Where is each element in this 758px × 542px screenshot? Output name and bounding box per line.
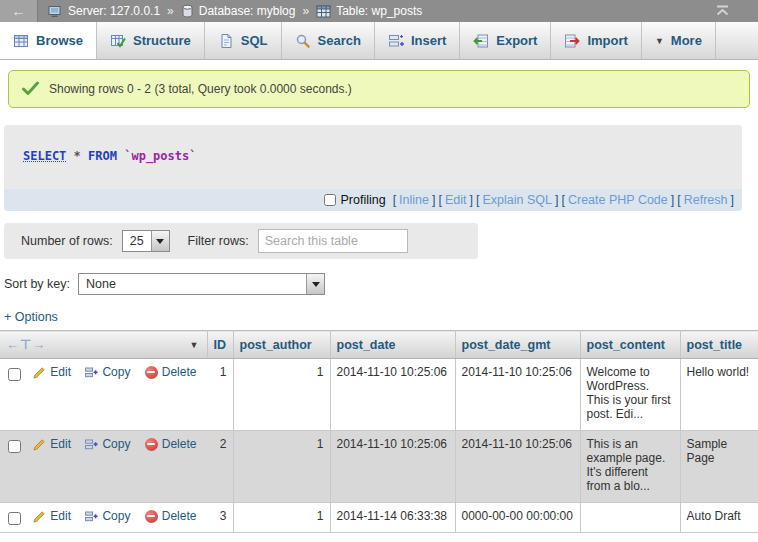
bracket: ] bbox=[432, 193, 435, 207]
cell-post-date[interactable]: 2014-11-10 10:25:06 bbox=[330, 359, 455, 431]
cell-post-author[interactable]: 1 bbox=[233, 431, 330, 503]
breadcrumb-table[interactable]: Table: wp_posts bbox=[316, 4, 422, 18]
delete-row-link[interactable]: Delete bbox=[145, 437, 197, 451]
cell-post-author[interactable]: 1 bbox=[233, 359, 330, 431]
cell-post-date-gmt[interactable]: 2014-11-10 10:25:06 bbox=[455, 431, 580, 503]
delete-label: Delete bbox=[162, 365, 197, 379]
copy-icon bbox=[85, 366, 98, 379]
tab-import[interactable]: Import bbox=[551, 22, 641, 59]
header-actions-cell: ←⊤→ ▼ bbox=[0, 331, 207, 359]
import-icon bbox=[564, 33, 580, 49]
delete-row-link[interactable]: Delete bbox=[145, 509, 197, 523]
table-icon bbox=[316, 5, 331, 18]
edit-row-link[interactable]: Edit bbox=[33, 365, 71, 379]
bracket: [ bbox=[393, 193, 396, 207]
column-header-post-author[interactable]: post_author bbox=[233, 331, 330, 359]
cell-id[interactable]: 1 bbox=[207, 359, 233, 431]
profiling-checkbox[interactable] bbox=[324, 194, 336, 206]
cell-post-date-gmt[interactable]: 0000-00-00 00:00:00 bbox=[455, 503, 580, 533]
sort-by-key-select[interactable]: None bbox=[78, 273, 325, 295]
cell-post-date[interactable]: 2014-11-14 06:33:38 bbox=[330, 503, 455, 533]
breadcrumb-server[interactable]: Server: 127.0.0.1 bbox=[48, 4, 160, 18]
cell-post-content[interactable]: This is an example page. It's different … bbox=[580, 431, 680, 503]
copy-label: Copy bbox=[102, 365, 130, 379]
cell-id[interactable]: 3 bbox=[207, 503, 233, 533]
tab-insert-label: Insert bbox=[411, 33, 446, 48]
sort-row: Sort by key: None bbox=[4, 273, 758, 295]
select-dropdown-icon bbox=[306, 274, 324, 294]
tab-sql[interactable]: SQL bbox=[205, 22, 282, 59]
collapse-panel-icon[interactable] bbox=[715, 5, 730, 16]
breadcrumb-bar: ← Server: 127.0.0.1 » Database: myblog »… bbox=[0, 0, 758, 22]
table-header-row: ←⊤→ ▼ ID post_author post_date post_date… bbox=[0, 331, 758, 359]
export-icon bbox=[473, 33, 489, 49]
create-php-code-link[interactable]: Create PHP Code bbox=[568, 193, 668, 207]
column-nav-arrows-icon[interactable]: ←⊤→ bbox=[6, 337, 46, 352]
breadcrumb: Server: 127.0.0.1 » Database: myblog » T… bbox=[48, 4, 422, 18]
profiling-checkbox-label[interactable]: Profiling bbox=[324, 193, 385, 207]
chevron-down-icon: ▼ bbox=[655, 36, 664, 46]
column-header-post-title[interactable]: post_title bbox=[680, 331, 758, 359]
sql-query: SELECT * FROM `wp_posts` bbox=[4, 125, 742, 189]
copy-row-link[interactable]: Copy bbox=[85, 437, 130, 451]
number-of-rows-select[interactable]: 25 bbox=[122, 230, 170, 252]
delete-icon bbox=[145, 510, 158, 523]
tab-insert[interactable]: Insert bbox=[375, 22, 460, 59]
column-header-post-date-gmt[interactable]: post_date_gmt bbox=[455, 331, 580, 359]
tab-structure[interactable]: Structure bbox=[97, 22, 205, 59]
header-dropdown-icon[interactable]: ▼ bbox=[190, 340, 201, 350]
inline-link[interactable]: Inline bbox=[399, 193, 429, 207]
edit-label: Edit bbox=[50, 509, 71, 523]
bracket: [ bbox=[561, 193, 564, 207]
delete-row-link[interactable]: Delete bbox=[145, 365, 197, 379]
table-row: Edit Copy Delete 2 1 2014-11-10 10:25:06… bbox=[0, 431, 758, 503]
row-checkbox[interactable] bbox=[8, 368, 21, 381]
cell-post-date-gmt[interactable]: 2014-11-10 10:25:06 bbox=[455, 359, 580, 431]
filter-rows-input[interactable] bbox=[258, 229, 408, 253]
breadcrumb-table-label: Table: wp_posts bbox=[336, 4, 422, 18]
status-message-text: Showing rows 0 - 2 (3 total, Query took … bbox=[49, 82, 352, 96]
browse-icon bbox=[13, 33, 29, 49]
copy-row-link[interactable]: Copy bbox=[85, 509, 130, 523]
breadcrumb-database[interactable]: Database: myblog bbox=[181, 4, 296, 18]
sql-icon bbox=[218, 33, 234, 49]
query-toolbar: Profiling [ Inline ] [ Edit ] [ Explain … bbox=[4, 189, 742, 211]
column-header-id[interactable]: ID bbox=[207, 331, 233, 359]
bracket: ] bbox=[731, 193, 734, 207]
tab-browse[interactable]: Browse bbox=[0, 22, 97, 59]
copy-icon bbox=[85, 510, 98, 523]
row-checkbox[interactable] bbox=[8, 440, 21, 453]
cell-id[interactable]: 2 bbox=[207, 431, 233, 503]
tab-search[interactable]: Search bbox=[282, 22, 375, 59]
sql-star: * bbox=[74, 149, 81, 163]
sql-table-name: `wp_posts` bbox=[124, 149, 196, 163]
cell-post-author[interactable]: 1 bbox=[233, 503, 330, 533]
edit-row-link[interactable]: Edit bbox=[33, 509, 71, 523]
explain-sql-link[interactable]: Explain SQL bbox=[482, 193, 551, 207]
cell-post-date[interactable]: 2014-11-10 10:25:06 bbox=[330, 431, 455, 503]
cell-post-title[interactable]: Auto Draft bbox=[680, 503, 758, 533]
cell-post-title[interactable]: Hello world! bbox=[680, 359, 758, 431]
pencil-icon bbox=[33, 510, 46, 523]
back-button[interactable]: ← bbox=[0, 0, 38, 22]
tab-more[interactable]: ▼ More bbox=[642, 22, 716, 59]
tab-browse-label: Browse bbox=[36, 33, 83, 48]
cell-post-title[interactable]: Sample Page bbox=[680, 431, 758, 503]
tab-structure-label: Structure bbox=[133, 33, 191, 48]
refresh-link[interactable]: Refresh bbox=[684, 193, 728, 207]
table-row: Edit Copy Delete 1 1 2014-11-10 10:25:06… bbox=[0, 359, 758, 431]
delete-icon bbox=[145, 438, 158, 451]
copy-row-link[interactable]: Copy bbox=[85, 365, 130, 379]
edit-label: Edit bbox=[50, 437, 71, 451]
column-header-post-date[interactable]: post_date bbox=[330, 331, 455, 359]
cell-post-content[interactable]: Welcome to WordPress. This is your first… bbox=[580, 359, 680, 431]
cell-post-content[interactable] bbox=[580, 503, 680, 533]
bracket: ] bbox=[671, 193, 674, 207]
edit-query-link[interactable]: Edit bbox=[445, 193, 467, 207]
options-toggle[interactable]: + Options bbox=[4, 310, 58, 324]
tab-export[interactable]: Export bbox=[460, 22, 551, 59]
row-checkbox[interactable] bbox=[8, 512, 21, 525]
edit-row-link[interactable]: Edit bbox=[33, 437, 71, 451]
number-of-rows-label: Number of rows: bbox=[21, 234, 113, 248]
column-header-post-content[interactable]: post_content bbox=[580, 331, 680, 359]
